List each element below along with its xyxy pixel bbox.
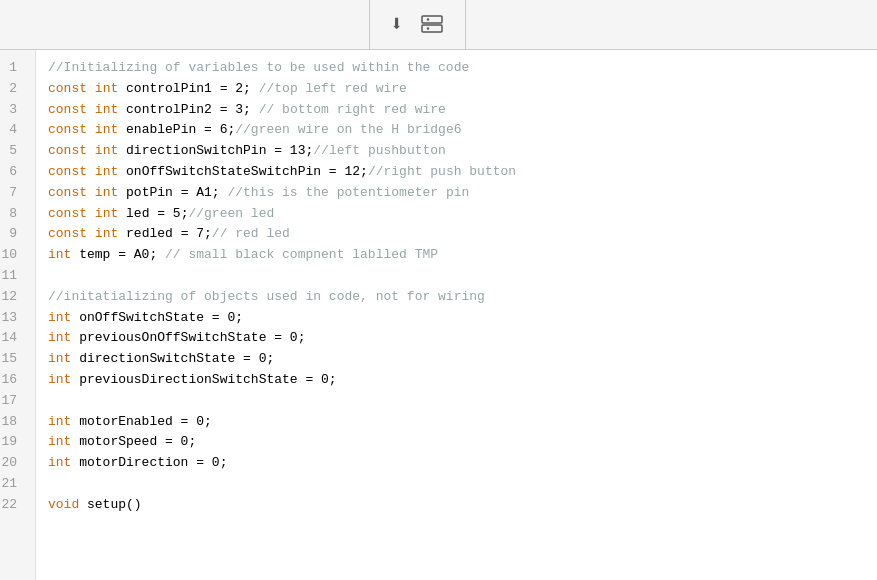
code-line: const int controlPin2 = 3; // bottom rig… [48,100,865,121]
line-number: 8 [0,204,25,225]
download-button[interactable]: ⬇ [390,11,403,38]
code-line [48,474,865,495]
code-line: int temp = A0; // small black compnent l… [48,245,865,266]
toolbar-left [0,0,370,49]
code-line: int motorDirection = 0; [48,453,865,474]
line-number: 20 [0,453,25,474]
line-number: 5 [0,141,25,162]
line-number: 14 [0,328,25,349]
line-numbers: 12345678910111213141516171819202122 [0,50,36,580]
code-area: 12345678910111213141516171819202122 //In… [0,50,877,580]
line-number: 12 [0,287,25,308]
line-number: 11 [0,266,25,287]
line-number: 4 [0,120,25,141]
svg-rect-0 [422,16,442,23]
code-line [48,266,865,287]
svg-point-3 [427,27,429,29]
line-number: 19 [0,432,25,453]
code-line: const int controlPin1 = 2; //top left re… [48,79,865,100]
code-line: const int onOffSwitchStateSwitchPin = 12… [48,162,865,183]
line-number: 3 [0,100,25,121]
code-line: int motorEnabled = 0; [48,412,865,433]
code-line: const int redled = 7;// red led [48,224,865,245]
line-number: 22 [0,495,25,516]
code-line: const int led = 5;//green led [48,204,865,225]
toolbar-center: ⬇ [370,0,466,49]
code-line: const int potPin = A1; //this is the pot… [48,183,865,204]
line-number: 18 [0,412,25,433]
code-line: void setup() [48,495,865,516]
code-line: //initatializing of objects used in code… [48,287,865,308]
code-content[interactable]: //Initializing of variables to be used w… [36,50,877,580]
code-line: int directionSwitchState = 0; [48,349,865,370]
line-number: 13 [0,308,25,329]
code-line: //Initializing of variables to be used w… [48,58,865,79]
line-number: 10 [0,245,25,266]
svg-point-2 [427,18,429,20]
line-number: 9 [0,224,25,245]
code-line: int motorSpeed = 0; [48,432,865,453]
line-number: 15 [0,349,25,370]
svg-rect-1 [422,25,442,32]
code-line: int previousDirectionSwitchState = 0; [48,370,865,391]
code-line: const int enablePin = 6;//green wire on … [48,120,865,141]
file-manager-button[interactable] [419,12,445,38]
line-number: 16 [0,370,25,391]
line-number: 7 [0,183,25,204]
line-number: 17 [0,391,25,412]
code-line: const int directionSwitchPin = 13;//left… [48,141,865,162]
line-number: 6 [0,162,25,183]
toolbar: ⬇ [0,0,877,50]
toolbar-right [466,0,877,49]
line-number: 21 [0,474,25,495]
code-line [48,391,865,412]
code-line: int previousOnOffSwitchState = 0; [48,328,865,349]
line-number: 1 [0,58,25,79]
line-number: 2 [0,79,25,100]
code-line: int onOffSwitchState = 0; [48,308,865,329]
